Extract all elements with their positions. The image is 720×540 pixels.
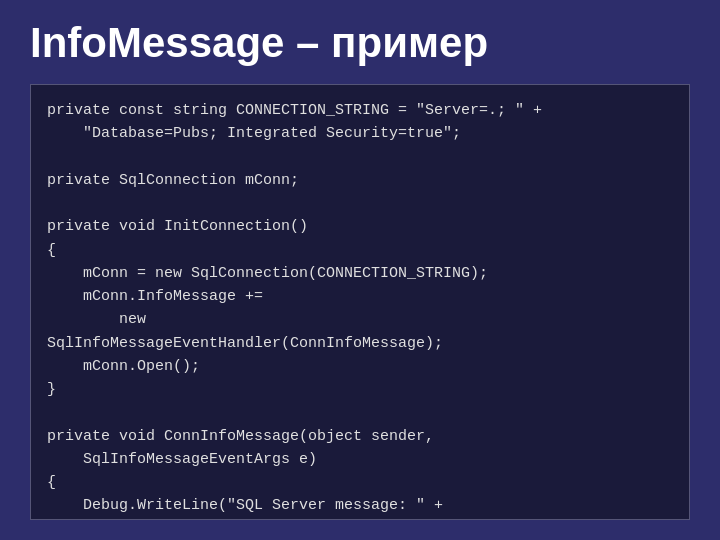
- title-dash: –: [284, 19, 331, 66]
- title-text-main: InfoMessage: [30, 19, 284, 66]
- page-title: InfoMessage – пример: [30, 20, 690, 66]
- code-content: private const string CONNECTION_STRING =…: [47, 99, 673, 520]
- title-text-russian: пример: [331, 19, 488, 66]
- page-container: InfoMessage – пример private const strin…: [0, 0, 720, 540]
- code-block: private const string CONNECTION_STRING =…: [30, 84, 690, 520]
